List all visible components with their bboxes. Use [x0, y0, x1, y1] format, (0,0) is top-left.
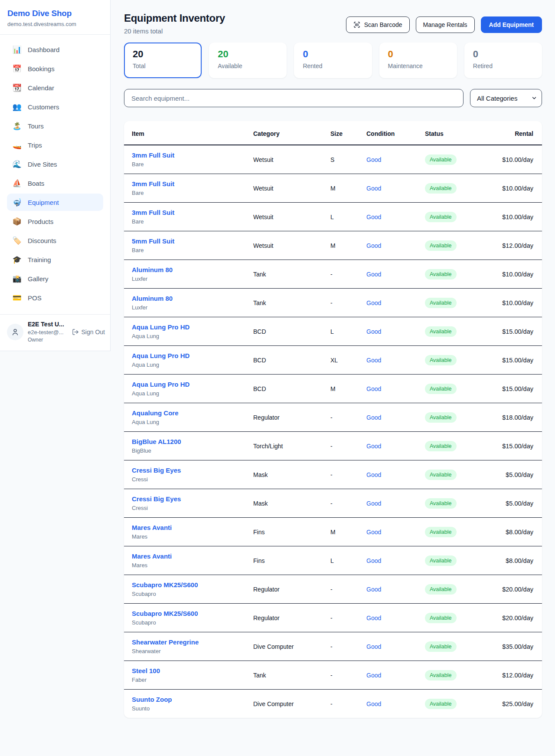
sidebar-item-training[interactable]: 🎓 Training	[7, 251, 103, 268]
item-brand: Suunto	[132, 705, 253, 712]
item-condition-link[interactable]: Good	[366, 156, 381, 163]
status-badge: Available	[425, 498, 457, 509]
scan-barcode-button[interactable]: Scan Barcode	[346, 16, 410, 33]
sidebar-item-products[interactable]: 📦 Products	[7, 213, 103, 230]
stat-card-available[interactable]: 20 Available	[209, 43, 287, 78]
sidebar-item-gallery[interactable]: 📸 Gallery	[7, 270, 103, 287]
sidebar-item-equipment[interactable]: 🤿 Equipment	[7, 194, 103, 211]
item-condition-link[interactable]: Good	[366, 214, 381, 220]
stat-label: Maintenance	[388, 62, 448, 69]
scan-barcode-label: Scan Barcode	[364, 21, 402, 28]
search-input[interactable]	[124, 89, 464, 107]
item-category: BCD	[253, 346, 330, 375]
stat-label: Rented	[303, 62, 363, 69]
item-name-link[interactable]: Cressi Big Eyes	[132, 495, 181, 503]
item-condition-link[interactable]: Good	[366, 185, 381, 192]
item-name-link[interactable]: Mares Avanti	[132, 524, 172, 531]
item-category: BCD	[253, 375, 330, 403]
sign-out-icon	[72, 329, 79, 335]
add-equipment-button[interactable]: Add Equipment	[481, 16, 542, 33]
item-condition-link[interactable]: Good	[366, 643, 381, 650]
sidebar-item-tours[interactable]: 🏝️ Tours	[7, 117, 103, 135]
item-name-link[interactable]: 3mm Full Suit	[132, 180, 174, 187]
table-body: 3mm Full Suit Bare Wetsuit S Good Availa…	[124, 145, 542, 718]
nav-item-label: Dive Sites	[28, 161, 57, 168]
sidebar: Demo Dive Shop demo.test.divestreams.com…	[0, 0, 111, 351]
stat-value: 20	[218, 49, 278, 59]
item-condition-link[interactable]: Good	[366, 385, 381, 392]
item-condition-link[interactable]: Good	[366, 586, 381, 593]
stat-card-retired[interactable]: 0 Retired	[464, 43, 542, 78]
item-name-link[interactable]: Mares Avanti	[132, 552, 172, 560]
item-condition-link[interactable]: Good	[366, 500, 381, 507]
item-name-link[interactable]: Scubapro MK25/S600	[132, 581, 198, 588]
item-rental: $20.00/day	[490, 604, 542, 632]
sidebar-item-dashboard[interactable]: 📊 Dashboard	[7, 41, 103, 58]
item-condition-link[interactable]: Good	[366, 242, 381, 249]
stat-card-rented[interactable]: 0 Rented	[294, 43, 372, 78]
nav-item-icon: 📦	[12, 217, 22, 226]
item-condition-link[interactable]: Good	[366, 443, 381, 450]
sidebar-item-dive-sites[interactable]: 🌊 Dive Sites	[7, 155, 103, 173]
item-condition-link[interactable]: Good	[366, 471, 381, 478]
sidebar-item-calendar[interactable]: 📆 Calendar	[7, 79, 103, 96]
status-badge: Available	[425, 470, 457, 480]
nav-item-label: Tours	[28, 122, 44, 130]
table-row: Shearwater Peregrine Shearwater Dive Com…	[124, 632, 542, 661]
item-condition-link[interactable]: Good	[366, 700, 381, 707]
add-equipment-label: Add Equipment	[489, 21, 534, 28]
sign-out-button[interactable]: Sign Out	[72, 329, 105, 335]
table-row: Aluminum 80 Luxfer Tank - Good Available…	[124, 260, 542, 289]
item-condition-link[interactable]: Good	[366, 414, 381, 421]
item-name-link[interactable]: Cressi Big Eyes	[132, 467, 181, 474]
sidebar-nav: 📊 Dashboard 📅 Bookings 📆 Calendar 👥 Cust…	[0, 35, 110, 312]
item-name-link[interactable]: 3mm Full Suit	[132, 151, 174, 159]
item-name-link[interactable]: Suunto Zoop	[132, 696, 172, 703]
item-size: -	[330, 575, 366, 604]
item-condition-link[interactable]: Good	[366, 271, 381, 278]
item-name-link[interactable]: Scubapro MK25/S600	[132, 610, 198, 617]
nav-item-icon: 📅	[12, 64, 22, 73]
user-box: E2E Test U... e2e-tester@... Owner Sign …	[0, 314, 110, 350]
item-name-link[interactable]: BigBlue AL1200	[132, 438, 181, 445]
item-name-link[interactable]: Steel 100	[132, 667, 160, 674]
item-size: -	[330, 403, 366, 432]
item-condition-link[interactable]: Good	[366, 557, 381, 564]
item-condition-link[interactable]: Good	[366, 299, 381, 306]
sidebar-item-boats[interactable]: ⛵ Boats	[7, 174, 103, 192]
item-name-link[interactable]: 5mm Full Suit	[132, 237, 174, 245]
nav-item-icon: 🌊	[12, 160, 22, 168]
item-condition-link[interactable]: Good	[366, 357, 381, 364]
item-condition-link[interactable]: Good	[366, 615, 381, 621]
item-name-link[interactable]: Shearwater Peregrine	[132, 638, 199, 646]
manage-rentals-button[interactable]: Manage Rentals	[416, 16, 475, 33]
sidebar-item-customers[interactable]: 👥 Customers	[7, 98, 103, 115]
sidebar-item-discounts[interactable]: 🏷️ Discounts	[7, 232, 103, 249]
sidebar-item-bookings[interactable]: 📅 Bookings	[7, 60, 103, 77]
stat-card-maintenance[interactable]: 0 Maintenance	[379, 43, 457, 78]
item-rental: $10.00/day	[490, 203, 542, 231]
item-name-link[interactable]: Aluminum 80	[132, 266, 173, 273]
sidebar-item-pos[interactable]: 💳 POS	[7, 289, 103, 306]
category-select[interactable]: All Categories	[470, 89, 542, 107]
nav-item-label: Dashboard	[28, 46, 59, 53]
item-rental: $15.00/day	[490, 375, 542, 403]
item-condition-link[interactable]: Good	[366, 328, 381, 335]
item-rental: $10.00/day	[490, 289, 542, 317]
item-rental: $12.00/day	[490, 231, 542, 260]
brand-name[interactable]: Demo Dive Shop	[7, 9, 103, 18]
table-row: Aqua Lung Pro HD Aqua Lung BCD XL Good A…	[124, 346, 542, 375]
item-rental: $5.00/day	[490, 460, 542, 489]
item-name-link[interactable]: Aqualung Core	[132, 409, 179, 417]
sidebar-item-trips[interactable]: 🚤 Trips	[7, 136, 103, 154]
item-name-link[interactable]: Aqua Lung Pro HD	[132, 352, 189, 359]
header-actions: Scan Barcode Manage Rentals Add Equipmen…	[346, 16, 542, 33]
item-condition-link[interactable]: Good	[366, 529, 381, 536]
item-category: Tank	[253, 260, 330, 289]
item-name-link[interactable]: Aqua Lung Pro HD	[132, 323, 189, 331]
item-name-link[interactable]: Aqua Lung Pro HD	[132, 381, 189, 388]
item-condition-link[interactable]: Good	[366, 672, 381, 679]
item-name-link[interactable]: 3mm Full Suit	[132, 209, 174, 216]
item-name-link[interactable]: Aluminum 80	[132, 295, 173, 302]
stat-card-total[interactable]: 20 Total	[124, 43, 202, 78]
